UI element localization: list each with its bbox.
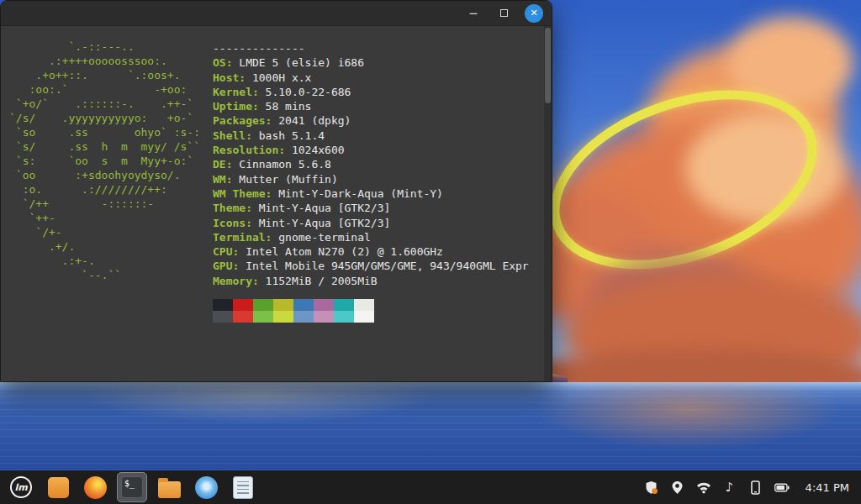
- system-tray: ♪ 4:41 PM: [644, 480, 854, 495]
- info-line: OS: LMDE 5 (elsie) i686: [213, 55, 529, 70]
- info-line: Terminal: gnome-terminal: [213, 230, 529, 244]
- info-line: Uptime: 58 mins: [213, 99, 529, 113]
- palette-block: [213, 311, 233, 323]
- files-icon: [158, 481, 181, 498]
- maximize-icon: [500, 9, 508, 17]
- info-line: Theme: Mint-Y-Aqua [GTK2/3]: [213, 201, 529, 215]
- palette-block: [253, 299, 273, 311]
- palette-row-1: [213, 299, 529, 311]
- minimize-button[interactable]: ─: [464, 4, 483, 23]
- phone-icon: [751, 480, 760, 495]
- location-icon: [671, 480, 684, 495]
- mint-menu-button[interactable]: lm: [7, 473, 35, 501]
- neofetch-info: -------------- OS: LMDE 5 (elsie) i686Ho…: [213, 39, 529, 382]
- firefox-launcher[interactable]: [81, 473, 109, 501]
- battery-tray[interactable]: [774, 480, 790, 495]
- palette-block: [334, 299, 354, 311]
- info-line: Resolution: 861x504: [213, 143, 529, 157]
- info-line: CPU: Intel Atom N270 (2) @ 1.600GHz: [213, 244, 529, 259]
- info-line: Shell: bash 5.1.4: [213, 129, 529, 143]
- info-line: Kernel: 5.10.0-22-686: [213, 85, 529, 99]
- terminal-content[interactable]: `.-::---.. .:++++ooooosssoo:. .+o++::. `…: [1, 26, 552, 382]
- desktop: ─ ✕ `.-::---.. .:++++ooooosssoo:. .+o++:…: [0, 0, 861, 504]
- texteditor-launcher[interactable]: [229, 473, 257, 501]
- palette-block: [354, 299, 374, 311]
- palette-block: [233, 299, 253, 311]
- terminal-launcher[interactable]: $_: [118, 473, 146, 501]
- taskbar-clock[interactable]: 4:41 PM: [806, 481, 849, 494]
- texteditor-icon: [233, 476, 253, 499]
- software-launcher[interactable]: [44, 473, 72, 501]
- palette-row-2: [213, 311, 529, 323]
- network-tray[interactable]: [696, 480, 711, 495]
- neofetch-separator: --------------: [213, 41, 529, 55]
- wifi-icon: [696, 481, 711, 494]
- palette-block: [293, 299, 314, 311]
- info-line: WM Theme: Mint-Y-Dark-Aqua (Mint-Y): [213, 186, 529, 201]
- info-line: Icons: Mint-Y-Aqua [GTK2/3]: [213, 216, 529, 230]
- browser-icon: [195, 476, 218, 499]
- mint-menu-icon: lm: [10, 476, 32, 498]
- palette-block: [253, 311, 273, 323]
- palette-block: [273, 311, 293, 323]
- palette-block: [213, 299, 233, 311]
- location-tray[interactable]: [670, 480, 685, 495]
- taskbar-launchers: lm $_: [7, 473, 257, 501]
- palette-block: [314, 299, 334, 311]
- neofetch-info-list: OS: LMDE 5 (elsie) i686Host: 1000H x.xKe…: [213, 55, 529, 288]
- update-shield-icon: [644, 480, 658, 495]
- firefox-icon: [84, 476, 107, 499]
- maximize-button[interactable]: [494, 4, 513, 23]
- terminal-color-palette: [213, 299, 529, 323]
- terminal-window: ─ ✕ `.-::---.. .:++++ooooosssoo:. .+o++:…: [0, 0, 552, 382]
- neofetch-ascii-logo: `.-::---.. .:++++ooooosssoo:. .+o++::. `…: [9, 39, 213, 382]
- palette-block: [314, 311, 334, 323]
- phone-tray[interactable]: [748, 480, 763, 495]
- info-line: GPU: Intel Mobile 945GM/GMS/GME, 943/940…: [213, 259, 529, 273]
- palette-block: [354, 311, 374, 323]
- sound-tray[interactable]: ♪: [722, 480, 737, 495]
- files-launcher[interactable]: [155, 473, 183, 501]
- info-line: DE: Cinnamon 5.6.8: [213, 157, 529, 171]
- palette-block: [293, 311, 314, 323]
- terminal-icon: $_: [121, 476, 143, 498]
- info-line: Memory: 1152MiB / 2005MiB: [213, 274, 529, 288]
- info-line: WM: Mutter (Muffin): [213, 172, 529, 186]
- scrollbar-thumb[interactable]: [545, 28, 551, 103]
- terminal-scrollbar[interactable]: [544, 26, 552, 382]
- sound-note-icon: ♪: [726, 480, 734, 495]
- battery-icon: [774, 483, 790, 492]
- close-button[interactable]: ✕: [525, 4, 543, 23]
- software-icon: [48, 477, 69, 498]
- update-manager-tray[interactable]: [644, 480, 659, 495]
- palette-block: [334, 311, 354, 323]
- taskbar: lm $_: [0, 470, 861, 504]
- info-line: Packages: 2041 (dpkg): [213, 113, 529, 128]
- info-line: Host: 1000H x.x: [213, 71, 529, 85]
- browser-launcher[interactable]: [192, 473, 220, 501]
- window-titlebar[interactable]: ─ ✕: [1, 1, 552, 26]
- palette-block: [273, 299, 293, 311]
- palette-block: [233, 311, 253, 323]
